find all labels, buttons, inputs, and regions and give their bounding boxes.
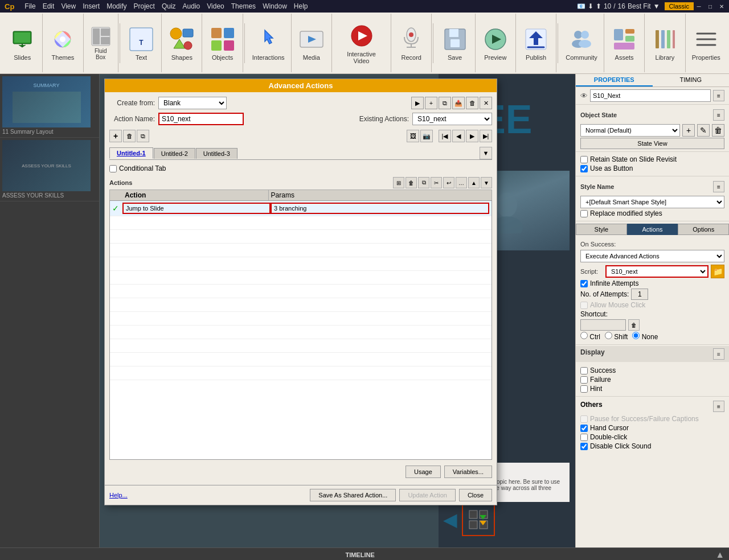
menu-themes[interactable]: Themes <box>228 1 259 11</box>
library-button[interactable]: Library <box>646 22 683 64</box>
media-button[interactable]: Media <box>293 22 330 64</box>
table-cut-btn[interactable]: ✂ <box>431 177 442 188</box>
tab-dropdown-btn[interactable]: ▼ <box>480 147 492 159</box>
interactive-video-button[interactable]: Interactive Video <box>334 19 388 68</box>
action-row-6[interactable] <box>110 271 492 285</box>
no-attempts-input[interactable] <box>631 289 648 300</box>
table-up2-btn[interactable]: ▲ <box>468 177 480 188</box>
retain-state-checkbox[interactable] <box>580 156 588 163</box>
publish-button[interactable]: Publish <box>518 22 554 64</box>
add-btn[interactable]: + <box>425 97 437 109</box>
close-x-btn[interactable]: ✕ <box>480 97 492 109</box>
save-button[interactable]: Save <box>437 22 473 64</box>
slides-button[interactable]: Slides <box>4 22 40 64</box>
close-button[interactable]: ✕ <box>716 1 727 11</box>
shortcut-del-btn[interactable]: 🗑 <box>628 319 640 331</box>
export-btn[interactable]: 📤 <box>452 97 465 109</box>
image-btn[interactable]: 🖼 <box>407 130 419 142</box>
action-row-13[interactable] <box>110 367 492 380</box>
failure-checkbox[interactable] <box>580 376 588 384</box>
action-row-1[interactable]: ✓ Jump to Slide 3 branching <box>110 201 492 216</box>
timeline-expand-btn[interactable]: ▲ <box>715 550 724 560</box>
add-action-btn[interactable]: + <box>109 130 122 142</box>
add-state-btn[interactable]: + <box>682 124 695 137</box>
themes-button[interactable]: Themes <box>44 22 81 64</box>
slide-thumb-2[interactable]: ASSESS YOUR SKILLS ASSESS YOUR SKILLS <box>0 138 99 201</box>
on-success-select[interactable]: Execute Advanced Actions <box>580 250 724 262</box>
variables-button[interactable]: Variables... <box>444 466 492 478</box>
tab-untitled-2[interactable]: Untitled-2 <box>154 148 195 159</box>
record-button[interactable]: Record <box>393 22 429 64</box>
use-as-button-checkbox[interactable] <box>580 165 588 172</box>
del-state-btn[interactable]: 🗑 <box>712 124 724 137</box>
edit-state-btn[interactable]: ✎ <box>697 124 710 137</box>
menu-video[interactable]: Video <box>203 1 227 11</box>
disable-click-sound-checkbox[interactable] <box>580 443 588 450</box>
slide-thumb-1[interactable]: SUMMARY 11 Summary Layout <box>0 74 99 138</box>
tab-timing[interactable]: TIMING <box>653 74 730 87</box>
maximize-button[interactable]: □ <box>705 1 715 11</box>
existing-actions-select[interactable]: S10_next <box>412 113 492 125</box>
text-button[interactable]: T Text <box>123 22 159 64</box>
copy-btn[interactable]: ⧉ <box>439 97 451 109</box>
menu-view[interactable]: View <box>58 1 79 11</box>
classic-button[interactable]: Classic <box>665 2 694 10</box>
table-del-btn[interactable]: 🗑 <box>406 177 417 188</box>
action-row-11[interactable] <box>110 339 492 353</box>
save-as-shared-button[interactable]: Save As Shared Action... <box>310 489 396 501</box>
shortcut-input[interactable] <box>580 319 626 331</box>
menu-edit[interactable]: Edit <box>39 1 58 11</box>
object-state-menu[interactable]: ≡ <box>713 109 724 121</box>
tab-untitled-1[interactable]: Untitled-1 <box>109 147 153 159</box>
panel-menu-btn[interactable]: ≡ <box>713 90 724 101</box>
action-row-2[interactable] <box>110 216 492 230</box>
conditional-checkbox[interactable] <box>109 165 117 172</box>
first-btn[interactable]: |◀ <box>439 130 451 142</box>
menu-project[interactable]: Project <box>130 1 158 11</box>
menu-help[interactable]: Help <box>290 1 312 11</box>
next-row-btn[interactable]: ▶ <box>466 130 478 142</box>
create-from-select[interactable]: Blank <box>158 97 227 109</box>
menu-quiz[interactable]: Quiz <box>158 1 179 11</box>
action-name-input[interactable] <box>158 113 244 125</box>
hand-cursor-checkbox[interactable] <box>580 425 588 432</box>
style-tab-options[interactable]: Options <box>678 224 729 235</box>
action-row-3[interactable] <box>110 230 492 244</box>
action-row-7[interactable] <box>110 285 492 298</box>
objects-button[interactable]: Objects <box>204 22 241 64</box>
tab-untitled-3[interactable]: Untitled-3 <box>196 148 237 159</box>
nav-icon-box[interactable] <box>462 503 495 536</box>
menu-modify[interactable]: Modify <box>103 1 130 11</box>
preview-button[interactable]: Preview <box>477 22 514 64</box>
table-more-btn[interactable]: … <box>456 177 467 188</box>
pause-captions-checkbox[interactable] <box>580 415 588 423</box>
delete-action-btn[interactable]: 🗑 <box>123 130 136 142</box>
shapes-button[interactable]: Shapes <box>163 22 200 64</box>
style-tab-actions[interactable]: Actions <box>627 224 678 235</box>
last-btn[interactable]: ▶| <box>480 130 492 142</box>
infinite-attempts-checkbox[interactable] <box>580 280 588 287</box>
play-btn[interactable]: ▶ <box>411 97 424 109</box>
display-menu-btn[interactable]: ≡ <box>713 348 724 360</box>
update-action-button[interactable]: Update Action <box>399 489 456 501</box>
prev-arrow[interactable]: ◀ <box>443 509 457 530</box>
hint-checkbox[interactable] <box>580 385 588 393</box>
script-select[interactable]: S10_next <box>605 265 708 278</box>
usage-button[interactable]: Usage <box>406 466 441 478</box>
community-button[interactable]: Community <box>561 22 602 64</box>
object-name-input[interactable] <box>590 89 711 102</box>
menu-insert[interactable]: Insert <box>79 1 103 11</box>
minimize-button[interactable]: ─ <box>694 1 704 11</box>
table-dup-btn[interactable]: ⧉ <box>418 177 429 188</box>
menu-window[interactable]: Window <box>259 1 290 11</box>
state-view-button[interactable]: State View <box>580 138 724 149</box>
style-name-menu[interactable]: ≡ <box>713 181 724 192</box>
table-up-btn[interactable]: ↩ <box>443 177 454 188</box>
double-click-checkbox[interactable] <box>580 434 588 441</box>
action-row-8[interactable] <box>110 298 492 312</box>
action-row-12[interactable] <box>110 353 492 367</box>
camera-btn[interactable]: 📷 <box>420 130 433 142</box>
action-row-5[interactable] <box>110 257 492 271</box>
ctrl-radio[interactable] <box>580 332 588 339</box>
action-row-9[interactable] <box>110 312 492 326</box>
